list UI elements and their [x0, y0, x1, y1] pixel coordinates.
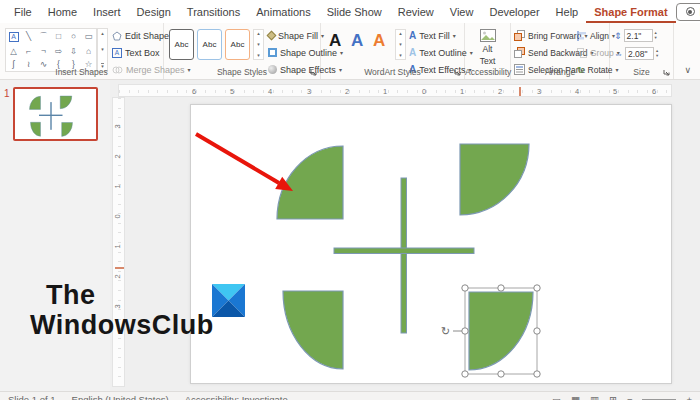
cross-shape-vertical-bar[interactable] [401, 178, 407, 333]
menu-tab-transitions[interactable]: Transitions [179, 2, 248, 23]
quarter-circle-bottom-right-selected[interactable] [469, 292, 533, 370]
styles-scroll-down-icon[interactable]: ▾ [257, 42, 260, 47]
collapse-ribbon-button[interactable]: ∨ [684, 65, 691, 75]
menu-tab-insert[interactable]: Insert [85, 2, 129, 23]
gallery-scroll-down-icon[interactable]: ▾ [101, 47, 104, 52]
height-step-down-icon[interactable]: ▾ [655, 36, 657, 41]
wordart-scroll-up-icon[interactable]: ▴ [399, 31, 402, 36]
oval-shape-icon[interactable]: ○ [71, 32, 76, 41]
wordart-style-preview-2[interactable]: A [351, 31, 363, 51]
line-shape-icon[interactable]: ╲ [26, 32, 31, 41]
ribbon-group-wordart-styles: A A A ▴ ▾ ▾ A Text Fill ▾ A Text Outline… [321, 23, 465, 79]
shape-style-preview-2[interactable]: Abc [197, 29, 222, 60]
normal-view-icon[interactable]: ▭ [552, 394, 561, 400]
size-dialog-launcher[interactable] [663, 69, 670, 76]
edit-shape-icon [112, 31, 122, 41]
shape-fill-label: Shape Fill [278, 31, 318, 41]
resize-handle-top-right[interactable] [534, 285, 540, 291]
resize-handle-middle-left[interactable] [462, 328, 468, 334]
quarter-circle-top-left[interactable] [277, 146, 343, 219]
quarter-circle-top-right[interactable] [460, 144, 529, 215]
wordart-styles-scrollbar[interactable]: ▴ ▾ ▾ [395, 29, 406, 60]
v-ruler-number: 0 [113, 214, 122, 218]
group-icon [577, 48, 587, 58]
reading-view-icon[interactable]: ▥ [590, 394, 599, 400]
quarter-circle-bottom-left[interactable] [283, 291, 343, 369]
text-box-shape-icon[interactable]: A [9, 32, 19, 42]
rectangle-shape-icon[interactable]: □ [56, 32, 61, 41]
shape-gallery-scrollbar[interactable]: ▴ ▾ ▾ [97, 28, 108, 72]
text-outline-button[interactable]: A Text Outline ▾ [409, 46, 473, 59]
bring-forward-label: Bring Forward [528, 31, 581, 41]
shape-styles-scrollbar[interactable]: ▴ ▾ ▾ [253, 29, 264, 60]
shape-width-input[interactable]: 2.08" [625, 47, 654, 60]
wordart-dialog-launcher[interactable] [454, 69, 461, 76]
horizontal-ruler[interactable]: 6 5 4 3 2 1 0 1 2 3 4 5 6 [118, 84, 672, 97]
resize-handle-middle-right[interactable] [534, 328, 540, 334]
shape-gallery[interactable]: A ╲ ⌒ □ ○ ▭ △ ⌐ ¬ ⇨ ⇩ ⌂ ʃ ≀ ∿ { } ☆ [5, 28, 97, 72]
arc-shape-icon[interactable]: ⌒ [39, 32, 48, 41]
menu-tab-animations[interactable]: Animations [248, 2, 318, 23]
annotation-arrow-line [196, 134, 279, 183]
language-status[interactable]: English (United States) [72, 394, 169, 400]
wordart-more-icon[interactable]: ▾ [399, 53, 402, 58]
gallery-scroll-up-icon[interactable]: ▴ [101, 31, 104, 36]
rotate-handle-icon[interactable]: ↻ [441, 325, 450, 337]
menu-tab-file[interactable]: File [6, 2, 40, 23]
shape-height-input[interactable]: 2.1" [624, 29, 653, 42]
text-outline-label: Text Outline [419, 48, 467, 58]
shape-outline-icon [268, 48, 277, 57]
menu-tab-shape-format[interactable]: Shape Format [586, 2, 675, 23]
triangle-shape-icon[interactable]: △ [10, 47, 17, 56]
alt-text-button[interactable]: Alt Text [465, 29, 510, 66]
zoom-out-button[interactable]: − [627, 394, 633, 400]
cross-shape-horizontal-bar[interactable] [334, 248, 474, 254]
resize-handle-bottom-left[interactable] [462, 371, 468, 377]
resize-handle-top-center[interactable] [498, 285, 504, 291]
text-fill-button[interactable]: A Text Fill ▾ [409, 29, 473, 42]
elbow-connector-shape-icon[interactable]: ⌐ [26, 47, 31, 56]
shape-style-preview-3[interactable]: Abc [225, 29, 250, 60]
resize-handle-top-left[interactable] [462, 285, 468, 291]
elbow-arrow-shape-icon[interactable]: ¬ [41, 47, 46, 56]
menu-tab-developer[interactable]: Developer [481, 2, 547, 23]
wordart-style-preview-3[interactable]: A [373, 31, 385, 51]
menu-tab-slide-show[interactable]: Slide Show [319, 2, 390, 23]
zoom-in-button[interactable]: + [686, 394, 692, 400]
menu-tab-home[interactable]: Home [40, 2, 85, 23]
rounded-rectangle-shape-icon[interactable]: ▭ [84, 32, 92, 41]
wordart-style-preview-1[interactable]: A [329, 31, 341, 51]
slideshow-view-icon[interactable]: ⊞ [609, 394, 617, 400]
h-ruler-number: 2 [345, 87, 349, 96]
vertical-ruler[interactable]: 3 2 1 0 1 2 3 [112, 97, 125, 387]
shape-styles-dialog-launcher[interactable] [310, 69, 317, 76]
ribbon: A ╲ ⌒ □ ○ ▭ △ ⌐ ¬ ⇨ ⇩ ⌂ ʃ ≀ ∿ { } ☆ ▴ [0, 23, 700, 80]
height-stepper[interactable]: ▴ ▾ [655, 31, 657, 41]
text-box-icon: A [112, 48, 122, 58]
width-stepper[interactable]: ▴ ▾ [656, 49, 658, 59]
v-ruler-number: 1 [113, 184, 122, 188]
resize-handle-bottom-center[interactable] [498, 371, 504, 377]
v-ruler-number: 3 [113, 304, 122, 308]
accessibility-status[interactable]: Accessibility: Investigate [185, 394, 288, 400]
align-label: Align [590, 31, 609, 41]
width-step-down-icon[interactable]: ▾ [656, 54, 658, 59]
h-ruler-number: 1 [460, 87, 464, 96]
styles-more-icon[interactable]: ▾ [257, 53, 260, 58]
resize-handle-bottom-right[interactable] [534, 371, 540, 377]
menu-tab-design[interactable]: Design [129, 2, 179, 23]
right-arrow-shape-icon[interactable]: ⇨ [55, 47, 62, 56]
wordart-scroll-down-icon[interactable]: ▾ [399, 42, 402, 47]
menu-tab-review[interactable]: Review [390, 2, 442, 23]
slide-thumbnail[interactable] [13, 87, 98, 141]
send-backward-icon [514, 47, 525, 58]
menu-tab-help[interactable]: Help [548, 2, 587, 23]
menu-tab-view[interactable]: View [442, 2, 482, 23]
record-button[interactable]: Record [676, 3, 700, 21]
styles-scroll-up-icon[interactable]: ▴ [257, 31, 260, 36]
slide-canvas[interactable]: ↻ [190, 104, 672, 384]
slide-sorter-view-icon[interactable]: ▦ [571, 394, 580, 400]
shape-style-preview-1[interactable]: Abc [169, 29, 194, 60]
home-plate-shape-icon[interactable]: ⌂ [86, 47, 91, 56]
down-arrow-shape-icon[interactable]: ⇩ [70, 47, 77, 56]
